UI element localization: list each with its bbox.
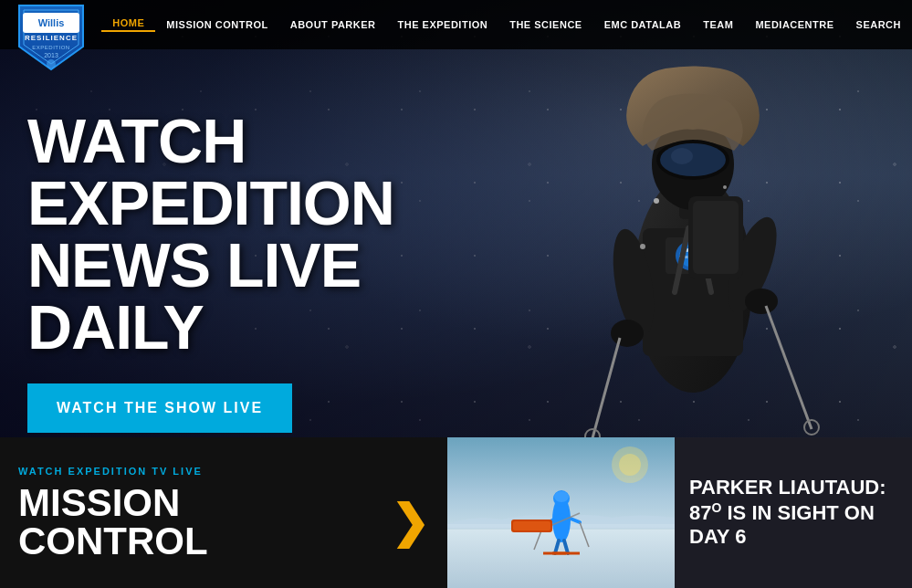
- svg-point-33: [47, 59, 56, 68]
- hero-title: WATCH EXPEDITION NEWS LIVE DAILY: [27, 110, 474, 358]
- nav-item-home[interactable]: HOME: [101, 17, 155, 32]
- svg-point-9: [611, 320, 644, 347]
- card-news: PARKER LIAUTAUD: 87o IS IN SIGHT ON DAY …: [675, 437, 912, 588]
- card-news-title: PARKER LIAUTAUD: 87o IS IN SIGHT ON DAY …: [689, 476, 897, 550]
- card-mission-title: MISSION CONTROL ❯: [18, 484, 429, 561]
- svg-point-20: [654, 198, 659, 204]
- hero-title-line2: NEWS LIVE DAILY: [27, 230, 361, 362]
- nav-item-search[interactable]: SEARCH: [845, 19, 912, 30]
- card-mission-title-text: MISSION CONTROL: [18, 484, 376, 561]
- bottom-section: WATCH EXPEDITION TV LIVE MISSION CONTROL…: [0, 437, 912, 588]
- nav-item-mediacentre[interactable]: MEDIACENTRE: [744, 19, 844, 30]
- nav-item-team[interactable]: TEAM: [692, 19, 744, 30]
- nav-item-about-parker[interactable]: ABOUT PARKER: [279, 19, 387, 30]
- logo-badge: Willis RESILIENCE EXPEDITION 2013: [10, 0, 92, 79]
- svg-point-23: [640, 244, 645, 249]
- watch-live-button[interactable]: WATCH THE SHOW LIVE: [27, 383, 292, 433]
- nav-item-science[interactable]: THE SCIENCE: [498, 19, 592, 30]
- svg-text:Willis: Willis: [37, 17, 64, 28]
- svg-point-19: [671, 148, 693, 164]
- card-image: [447, 437, 675, 588]
- nav-item-mission-control[interactable]: MISSION CONTROL: [155, 19, 278, 30]
- svg-text:2013: 2013: [44, 52, 58, 58]
- svg-point-52: [619, 454, 641, 476]
- svg-rect-27: [693, 201, 739, 274]
- svg-line-12: [766, 306, 812, 429]
- svg-point-39: [554, 491, 569, 502]
- header: Willis RESILIENCE EXPEDITION 2013 HOME M…: [0, 0, 912, 49]
- svg-text:RESILIENCE: RESILIENCE: [25, 34, 78, 42]
- nav-item-expedition[interactable]: THE EXPEDITION: [387, 19, 499, 30]
- svg-point-18: [660, 143, 726, 176]
- hero-title-line1: WATCH EXPEDITION: [27, 106, 394, 237]
- svg-point-21: [723, 185, 727, 189]
- hero-figure: Willis RESILIENCE: [547, 18, 839, 438]
- svg-text:EXPEDITION: EXPEDITION: [32, 45, 69, 50]
- hero-section: Willis RESILIENCE: [0, 0, 912, 438]
- svg-point-10: [745, 289, 778, 314]
- nav-item-emc-datalab[interactable]: EMC DATALAB: [593, 19, 693, 30]
- svg-rect-49: [513, 521, 550, 530]
- hero-content: WATCH EXPEDITION NEWS LIVE DAILY WATCH T…: [27, 110, 474, 433]
- svg-line-11: [592, 338, 620, 438]
- card-mission[interactable]: WATCH EXPEDITION TV LIVE MISSION CONTROL…: [0, 437, 447, 588]
- card-mission-label: WATCH EXPEDITION TV LIVE: [18, 466, 429, 477]
- logo-area: Willis RESILIENCE EXPEDITION 2013: [0, 0, 101, 69]
- main-nav: HOME MISSION CONTROL ABOUT PARKER THE EX…: [101, 17, 912, 32]
- arrow-right-icon: ❯: [391, 499, 429, 545]
